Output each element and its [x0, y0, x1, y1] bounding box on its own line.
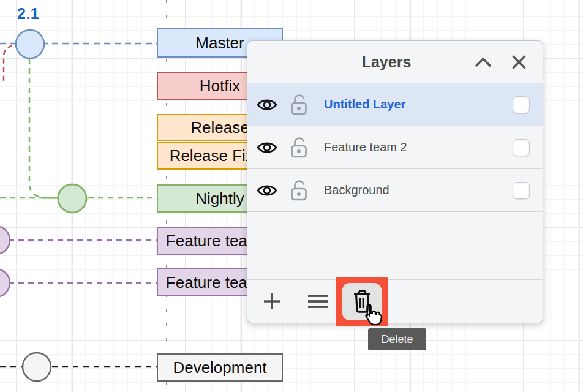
- branch-label: Release: [190, 118, 249, 137]
- feature1-commit-node[interactable]: [0, 226, 10, 254]
- branch-label: Master: [195, 34, 244, 53]
- master-commit-node[interactable]: [16, 30, 44, 58]
- diagram-canvas: 2.1 Master Hotfix Release Release Fixes …: [0, 0, 583, 392]
- close-panel-button[interactable]: [508, 41, 529, 83]
- layer-name: Feature team 2: [324, 140, 407, 154]
- layers-panel-header[interactable]: Layers: [247, 41, 543, 83]
- menu-icon: [307, 294, 329, 309]
- visibility-eye-icon[interactable]: [257, 97, 277, 112]
- panel-title: Layers: [362, 53, 412, 71]
- close-icon: [511, 55, 527, 70]
- collapse-panel-button[interactable]: [473, 41, 493, 83]
- plus-icon: [263, 292, 281, 311]
- layer-checkbox[interactable]: [513, 139, 530, 156]
- layer-checkbox[interactable]: [513, 96, 530, 113]
- layer-row-untitled-layer[interactable]: Untitled Layer: [247, 83, 543, 126]
- unlock-icon[interactable]: [290, 137, 307, 158]
- visibility-eye-icon[interactable]: [257, 183, 277, 198]
- pointer-hand-icon: [362, 303, 383, 326]
- unlock-icon[interactable]: [290, 179, 307, 201]
- unlock-icon[interactable]: [290, 94, 307, 115]
- branch-label: Nightly: [195, 189, 244, 208]
- layer-name: Untitled Layer: [324, 97, 405, 111]
- layers-panel: Layers Untitl: [247, 40, 543, 323]
- layers-panel-footer: [247, 279, 543, 323]
- branch-box-development[interactable]: Development: [157, 353, 283, 382]
- hand-cursor: [362, 303, 383, 329]
- layer-name: Background: [324, 183, 389, 197]
- branch-label: Development: [173, 358, 266, 377]
- layer-row-background[interactable]: Background: [247, 169, 543, 212]
- development-commit-node[interactable]: [23, 353, 51, 381]
- add-layer-button[interactable]: [262, 292, 282, 311]
- nightly-commit-node[interactable]: [58, 184, 86, 213]
- chevron-up-icon: [475, 57, 492, 67]
- nightly-edge-vertical: [29, 58, 42, 197]
- version-label: 2.1: [17, 5, 39, 23]
- branch-label: Hotfix: [200, 77, 240, 96]
- delete-tooltip: Delete: [368, 328, 426, 350]
- visibility-eye-icon[interactable]: [257, 140, 277, 155]
- edit-layer-button[interactable]: [307, 293, 329, 310]
- feature2-commit-node[interactable]: [0, 269, 10, 297]
- layer-row-feature-team-2[interactable]: Feature team 2: [247, 126, 543, 169]
- layer-checkbox[interactable]: [513, 182, 530, 199]
